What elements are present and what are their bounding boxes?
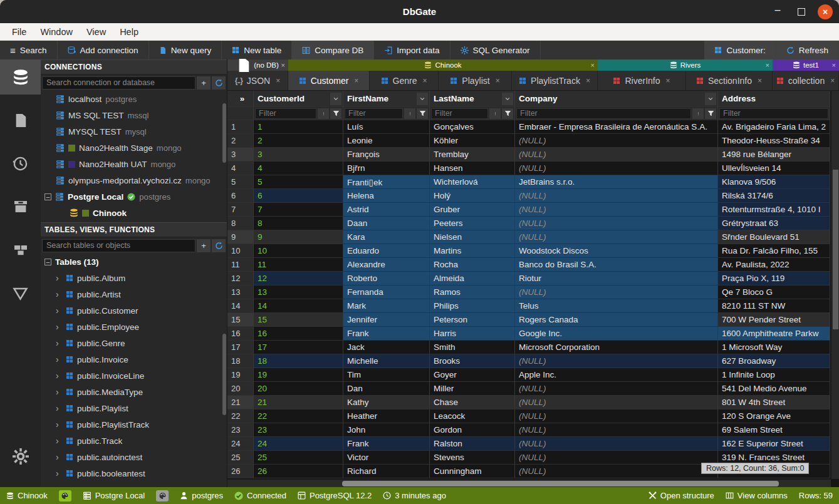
menu-file[interactable]: File: [5, 23, 33, 40]
row-number[interactable]: 25: [227, 451, 254, 465]
chevron-right-icon[interactable]: ›: [56, 289, 62, 299]
grid-cell-lastname[interactable]: Peterson: [430, 313, 515, 327]
grid-cell-customerid[interactable]: 18: [254, 354, 343, 368]
grid-cell-customerid[interactable]: 21: [254, 396, 343, 409]
grid-cell-lastname[interactable]: Peeters: [430, 217, 515, 230]
filter-menu-button[interactable]: [489, 108, 501, 119]
menu-window[interactable]: Window: [33, 23, 80, 40]
connection-item[interactable]: Nano2Health Stagemongo: [41, 140, 227, 156]
grid-cell-address[interactable]: 627 Broadway: [718, 354, 830, 368]
grid-cell-firstname[interactable]: John: [343, 423, 430, 437]
table-item[interactable]: ›public.MediaType: [41, 384, 227, 400]
grid-cell-lastname[interactable]: Leacock: [430, 409, 515, 423]
grid-cell-customerid[interactable]: 20: [254, 382, 343, 396]
grid-cell-company[interactable]: Woodstock Discos: [515, 244, 718, 258]
toolbar-sql-generator-button[interactable]: SQL Generator: [451, 41, 541, 59]
grid-cell-firstname[interactable]: Bjřrn: [343, 162, 430, 175]
row-number[interactable]: 26: [227, 465, 254, 478]
close-icon[interactable]: ×: [591, 61, 595, 69]
row-number[interactable]: 19: [227, 368, 254, 382]
toolbar-add-connection-button[interactable]: Add connection: [58, 41, 149, 59]
filter-menu-button[interactable]: [404, 108, 415, 119]
row-number[interactable]: 10: [227, 244, 254, 258]
row-number[interactable]: 8: [227, 217, 254, 230]
table-item[interactable]: ›public.Customer: [41, 302, 227, 319]
grid-cell-firstname[interactable]: Astrid: [343, 203, 430, 217]
collapse-toggle[interactable]: –: [44, 193, 51, 200]
rail-database-button[interactable]: [0, 59, 41, 95]
grid-cell-lastname[interactable]: Ralston: [430, 437, 515, 451]
row-number[interactable]: 13: [227, 285, 254, 299]
grid-cell-company[interactable]: (NULL): [515, 382, 718, 396]
grid-cell-firstname[interactable]: Tim: [343, 368, 430, 382]
grid-cell-firstname[interactable]: Victor: [343, 451, 430, 465]
grid-cell-company[interactable]: (NULL): [515, 189, 718, 203]
grid-cell-address[interactable]: 8210 111 ST NW: [718, 299, 830, 313]
grid-cell-lastname[interactable]: Hansen: [430, 162, 515, 175]
grid-cell-firstname[interactable]: Fernanda: [343, 285, 430, 299]
connection-item[interactable]: Nano2Health UATmongo: [41, 156, 227, 172]
grid-cell-customerid[interactable]: 5: [254, 175, 343, 189]
status-postgresql-12.2[interactable]: PostgreSQL 12.2: [298, 491, 372, 500]
row-number[interactable]: 20: [227, 382, 254, 396]
toolbar-refresh-button[interactable]: Refresh: [776, 41, 839, 59]
grid-cell-firstname[interactable]: Kara: [343, 230, 430, 244]
filter-input-firstname[interactable]: [345, 108, 403, 119]
grid-cell-lastname[interactable]: Almeida: [430, 272, 515, 285]
grid-cell-customerid[interactable]: 14: [254, 299, 343, 313]
row-number[interactable]: 11: [227, 258, 254, 272]
grid-cell-firstname[interactable]: Jennifer: [343, 313, 430, 327]
grid-cell-firstname[interactable]: Heather: [343, 409, 430, 423]
palette-chip[interactable]: [156, 490, 169, 501]
grid-cell-firstname[interactable]: Richard: [343, 465, 430, 478]
filter-funnel-button[interactable]: [330, 108, 341, 119]
filter-input-customerid[interactable]: [255, 108, 316, 119]
tables-root[interactable]: –Tables (13): [41, 254, 227, 270]
grid-cell-address[interactable]: 69 Salem Street: [718, 423, 830, 437]
grid-cell-lastname[interactable]: Martins: [430, 244, 515, 258]
grid-cell-firstname[interactable]: Kathy: [343, 396, 430, 409]
grid-cell-lastname[interactable]: Nielsen: [430, 230, 515, 244]
grid-cell-customerid[interactable]: 19: [254, 368, 343, 382]
column-menu-button[interactable]: [417, 93, 428, 105]
row-number[interactable]: 9: [227, 230, 254, 244]
menu-view[interactable]: View: [80, 23, 113, 40]
grid-cell-company[interactable]: Banco do Brasil S.A.: [515, 258, 718, 272]
connection-item[interactable]: localhostpostgres: [41, 91, 227, 107]
toolbar-customer--button[interactable]: Customer:: [704, 41, 776, 59]
grid-cell-lastname[interactable]: Rocha: [430, 258, 515, 272]
row-number[interactable]: 17: [227, 341, 254, 354]
grid-cell-company[interactable]: (NULL): [515, 354, 718, 368]
grid-cell-firstname[interactable]: Frank: [343, 437, 430, 451]
tab-group-chinook[interactable]: Chinook×: [288, 59, 598, 71]
chevron-right-icon[interactable]: ›: [56, 403, 62, 413]
grid-cell-customerid[interactable]: 3: [254, 148, 343, 162]
grid-cell-customerid[interactable]: 22: [254, 409, 343, 423]
expand-all-button[interactable]: »: [227, 91, 254, 107]
row-number[interactable]: 4: [227, 162, 254, 175]
grid-cell-customerid[interactable]: 9: [254, 230, 343, 244]
grid-cell-firstname[interactable]: Helena: [343, 189, 430, 203]
status-open-structure[interactable]: Open structure: [649, 491, 714, 500]
filter-funnel-button[interactable]: [705, 108, 716, 119]
column-header-address[interactable]: Address: [718, 91, 830, 107]
rail-gear-button[interactable]: [0, 439, 41, 474]
tab-playlisttrack[interactable]: PlaylistTrack×: [512, 71, 598, 90]
grid-cell-customerid[interactable]: 24: [254, 437, 343, 451]
grid-cell-firstname[interactable]: Mark: [343, 299, 430, 313]
grid-cell-lastname[interactable]: Goyer: [430, 368, 515, 382]
grid-cell-customerid[interactable]: 17: [254, 341, 343, 354]
status-rows-59[interactable]: Rows: 59: [799, 491, 833, 500]
table-item[interactable]: ›public.Track: [41, 433, 227, 449]
grid-cell-customerid[interactable]: 13: [254, 285, 343, 299]
grid-cell-customerid[interactable]: 7: [254, 203, 343, 217]
grid-cell-address[interactable]: Av. Paulista, 2022: [718, 258, 830, 272]
filter-input-lastname[interactable]: [431, 108, 488, 119]
chevron-right-icon[interactable]: ›: [56, 371, 62, 381]
grid-horizontal-scrollbar[interactable]: [227, 479, 831, 487]
tab-customer[interactable]: Customer×: [288, 71, 370, 90]
menu-help[interactable]: Help: [113, 23, 145, 40]
grid-cell-firstname[interactable]: Michelle: [343, 354, 430, 368]
connection-item[interactable]: MS SQL TESTmssql: [41, 107, 227, 123]
grid-cell-customerid[interactable]: 10: [254, 244, 343, 258]
